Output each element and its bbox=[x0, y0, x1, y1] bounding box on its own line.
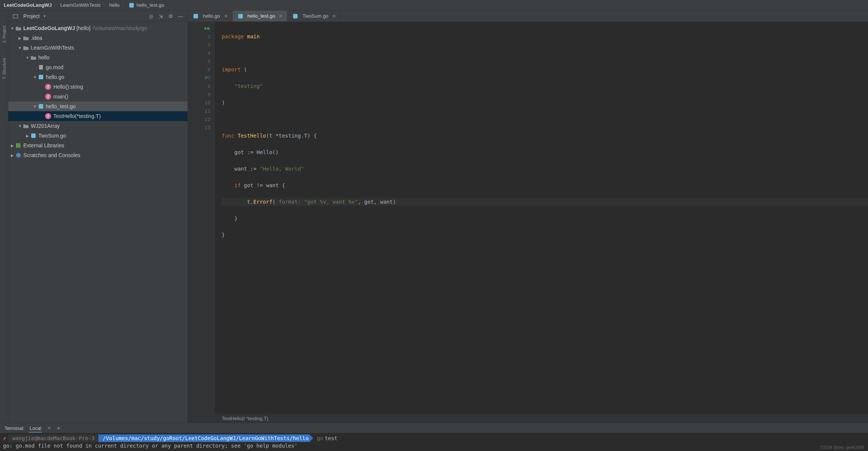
kw-func: func bbox=[222, 133, 234, 139]
chevron-right-icon[interactable]: ▶ bbox=[17, 36, 23, 40]
svg-rect-4 bbox=[39, 104, 43, 109]
tab-label: hello.go bbox=[203, 13, 220, 19]
svg-rect-1 bbox=[13, 15, 18, 18]
fn-testhello: TestHello bbox=[237, 133, 266, 139]
crumb-folder-1[interactable]: LearnGoWithTests bbox=[60, 2, 101, 8]
tab-hello-go[interactable]: hello.go ✕ bbox=[188, 11, 233, 21]
code-text: got := Hello() bbox=[234, 149, 279, 155]
gutter[interactable]: 1▶▶ 2 3 4 5 6 7⟳ 8 9 10 11 12 13 bbox=[188, 22, 215, 414]
tool-tab-project[interactable]: 1: Project bbox=[2, 26, 6, 43]
chevron-right-icon: 〉 bbox=[54, 2, 58, 8]
kw-package: package bbox=[222, 33, 244, 39]
run-gutter-icon[interactable]: ▶▶ bbox=[204, 26, 210, 31]
run-test-gutter-icon[interactable]: ⟳ bbox=[204, 75, 208, 80]
chevron-down-icon[interactable]: ▼ bbox=[10, 26, 15, 30]
chevron-down-icon[interactable]: ▼ bbox=[25, 56, 30, 60]
tab-twosum-go[interactable]: TwoSum.go ✕ bbox=[287, 11, 341, 21]
tree-idea[interactable]: ▶ .idea bbox=[8, 33, 188, 43]
tree-node-label: Scratches and Consoles bbox=[23, 152, 80, 158]
tree-main-fn[interactable]: f main() bbox=[8, 92, 188, 101]
tree-hello-dir[interactable]: ▼ hello bbox=[8, 53, 188, 62]
add-terminal-icon[interactable]: ＋ bbox=[56, 424, 62, 432]
tree-wj201array[interactable]: ▼ WJ201Array bbox=[8, 121, 188, 131]
tree-hello-go[interactable]: ▼ hello.go bbox=[8, 72, 188, 82]
tree-hello-fn[interactable]: f Hello():string bbox=[8, 82, 188, 92]
str-testing: "testing" bbox=[234, 83, 263, 89]
chevron-right-icon[interactable]: ▶ bbox=[25, 134, 30, 138]
function-icon: f bbox=[45, 113, 51, 119]
library-icon bbox=[15, 143, 22, 148]
tree-node-label: main() bbox=[53, 94, 68, 100]
go-file-icon bbox=[128, 3, 135, 8]
punct: } bbox=[222, 232, 225, 238]
watermark: CSDN @sky_geek2008 bbox=[821, 445, 864, 449]
close-icon[interactable]: ✕ bbox=[332, 14, 336, 19]
tree-node-label: go.mod bbox=[46, 64, 64, 70]
terminal-path: /Volumes/mac/study/goRoot/LeetCodeGoLang… bbox=[98, 434, 313, 442]
go-file-icon bbox=[292, 14, 299, 19]
tree-node-label: Hello():string bbox=[53, 84, 83, 90]
tree-ext-lib[interactable]: ▶ External Libraries bbox=[8, 141, 188, 150]
left-tool-strip: 1: Project 7: Structure bbox=[0, 11, 8, 423]
code-area[interactable]: package main import ( "testing" ) func T… bbox=[215, 22, 868, 414]
terminal-prompt-line: ✗ wangjie@macdeMacBook-Pro-3 /Volumes/ma… bbox=[3, 434, 865, 442]
chevron-down-icon[interactable]: ▼ bbox=[17, 46, 23, 50]
expand-all-icon[interactable]: ⇲ bbox=[157, 13, 164, 20]
tool-tab-structure[interactable]: 7: Structure bbox=[2, 58, 6, 79]
go-file-icon bbox=[192, 14, 199, 19]
project-title[interactable]: Project ▾ bbox=[23, 13, 145, 19]
tree-node-label: WJ201Array bbox=[31, 123, 60, 129]
crumb-folder-2[interactable]: hello bbox=[109, 2, 119, 8]
tree-learn[interactable]: ▼ LearnGoWithTests bbox=[8, 43, 188, 53]
crumb-project[interactable]: LeetCodeGoLangWJ bbox=[4, 2, 52, 8]
tree-hello-test[interactable]: ▼ hello_test.go bbox=[8, 101, 188, 111]
go-file-icon bbox=[38, 74, 44, 80]
terminal-tab-local[interactable]: Local bbox=[29, 425, 42, 431]
function-icon: f bbox=[45, 94, 51, 100]
tree-twosum[interactable]: ▶ TwoSum.go bbox=[8, 131, 188, 141]
code-text: t. bbox=[247, 199, 253, 205]
tree-node-label: .idea bbox=[31, 35, 42, 41]
tool-tab-structure-label: 7: Structure bbox=[2, 58, 6, 79]
param-hint: format: bbox=[275, 199, 304, 205]
svg-rect-7 bbox=[18, 143, 19, 148]
id-main: main bbox=[247, 33, 260, 39]
chevron-right-icon: 〉 bbox=[122, 2, 126, 8]
gear-icon[interactable]: ⚙ bbox=[167, 13, 174, 20]
close-icon[interactable]: ✕ bbox=[47, 425, 51, 431]
close-icon[interactable]: ✕ bbox=[224, 14, 228, 19]
tab-label: TwoSum.go bbox=[302, 13, 328, 19]
tree-go-mod[interactable]: go.mod bbox=[8, 62, 188, 72]
chevron-right-icon[interactable]: ▶ bbox=[10, 153, 15, 157]
project-tool-window: Project ▾ ◎ ⇲ ⚙ — ▼ LeetCodeGoLangWJ [he… bbox=[8, 11, 188, 423]
svg-point-9 bbox=[16, 153, 21, 157]
tree-node-label: hello.go bbox=[46, 74, 64, 80]
locate-icon[interactable]: ◎ bbox=[148, 13, 154, 20]
terminal-go-prompt: go bbox=[317, 435, 323, 441]
tool-tab-project-label: 1: Project bbox=[2, 26, 6, 43]
code-text: got != want { bbox=[244, 182, 285, 188]
crumb-file[interactable]: hello_test.go bbox=[136, 2, 164, 8]
project-icon bbox=[12, 14, 19, 19]
kw-if: if bbox=[234, 182, 241, 188]
chevron-down-icon[interactable]: ▼ bbox=[32, 75, 38, 79]
tab-hello-test-go[interactable]: hello_test.go ✕ bbox=[233, 11, 288, 21]
terminal-user: wangjie@macdeMacBook-Pro-3 bbox=[8, 434, 98, 442]
svg-rect-5 bbox=[31, 133, 36, 138]
terminal-body[interactable]: ✗ wangjie@macdeMacBook-Pro-3 /Volumes/ma… bbox=[0, 433, 868, 451]
tree-scratches[interactable]: ▶ Scratches and Consoles bbox=[8, 150, 188, 160]
minimize-icon[interactable]: — bbox=[177, 13, 184, 20]
close-icon[interactable]: ✕ bbox=[279, 14, 283, 19]
folder-icon bbox=[30, 55, 37, 60]
tab-label: hello_test.go bbox=[248, 13, 275, 19]
chevron-down-icon[interactable]: ▼ bbox=[17, 124, 23, 128]
project-tree[interactable]: ▼ LeetCodeGoLangWJ [hello] /Volumes/mac/… bbox=[8, 22, 188, 423]
chevron-down-icon[interactable]: ▼ bbox=[32, 104, 38, 109]
svg-rect-11 bbox=[238, 14, 243, 18]
tree-testhello-fn[interactable]: f TestHello(*testing.T) bbox=[8, 111, 188, 121]
tree-root[interactable]: ▼ LeetCodeGoLangWJ [hello] /Volumes/mac/… bbox=[8, 23, 188, 33]
folder-icon bbox=[23, 124, 29, 128]
editor-body: 1▶▶ 2 3 4 5 6 7⟳ 8 9 10 11 12 13 package… bbox=[188, 22, 868, 414]
chevron-right-icon[interactable]: ▶ bbox=[10, 144, 15, 148]
editor-tabs: hello.go ✕ hello_test.go ✕ TwoSum.go ✕ bbox=[188, 11, 868, 22]
